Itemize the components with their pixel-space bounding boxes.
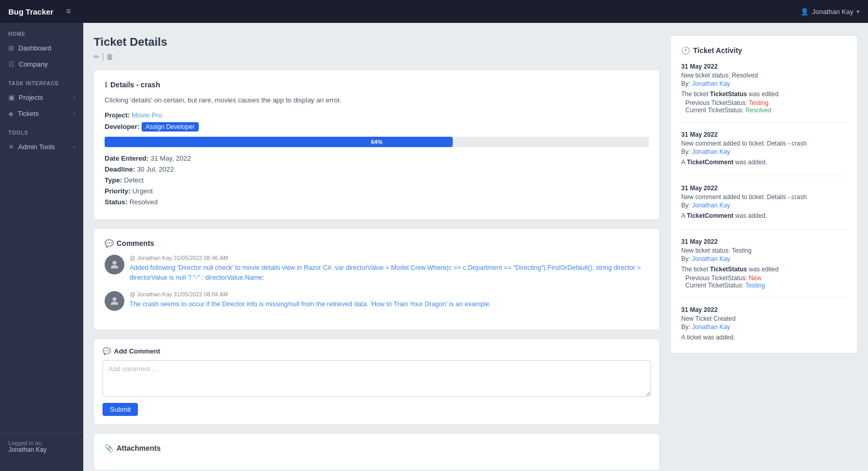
comment-text-2: The crash seems to occur if the Director… xyxy=(130,299,491,309)
sidebar-item-projects[interactable]: ▣ Projects › xyxy=(0,89,83,106)
sidebar-item-label-projects: Projects xyxy=(19,94,43,101)
topnav-username: Jonathan Kay xyxy=(812,8,853,16)
comment-meta-2: @ Jonathan Kay 31/05/2022 08:04 AM xyxy=(130,291,491,297)
sidebar-item-label-tickets: Tickets xyxy=(18,110,39,117)
projects-arrow: › xyxy=(73,95,75,100)
project-link[interactable]: Movie Pro xyxy=(132,111,162,119)
sidebar-item-company[interactable]: ☷ Company xyxy=(0,56,83,72)
comment-meta-1: @ Jonathan Kay 31/05/2022 08:46 AM xyxy=(130,255,649,261)
sidebar-section-tools: TOOLS ✕ Admin Tools › xyxy=(0,122,83,155)
ticket-description: Clicking 'details' on certain, but rare,… xyxy=(105,96,649,104)
comments-list: @ Jonathan Kay 31/05/2022 08:46 AM Added… xyxy=(105,255,649,319)
activity-entry-1: 31 May 2022 New ticket status: Resolved … xyxy=(681,63,847,123)
page-title: Ticket Details xyxy=(94,35,660,49)
app-brand: Bug Tracker xyxy=(8,7,54,16)
main-content: Ticket Details ✏ | 🗑 ℹ Details - crash C… xyxy=(83,23,868,471)
sidebar-label-home: HOME xyxy=(0,23,83,40)
svg-point-1 xyxy=(112,297,116,300)
type-row: Type: Defect xyxy=(105,176,649,184)
sidebar-item-tickets[interactable]: ◈ Tickets › xyxy=(0,106,83,122)
details-card-title: ℹ Details - crash xyxy=(105,81,649,89)
sidebar-item-dashboard[interactable]: ⊞ Dashboard xyxy=(0,40,83,56)
user-icon: 👤 xyxy=(800,8,809,16)
add-comment-title: 💬 Add Comment xyxy=(103,347,651,355)
company-icon: ☷ xyxy=(8,60,15,68)
topnav: Bug Tracker ≡ 👤 Jonathan Kay ▾ xyxy=(0,0,868,23)
admin-arrow: › xyxy=(73,144,75,150)
comment-textarea[interactable] xyxy=(103,360,651,397)
activity-by-link-3[interactable]: Jonathan Kay xyxy=(692,202,730,209)
comment-item: @ Jonathan Kay 31/05/2022 08:46 AM Added… xyxy=(105,255,649,283)
comments-card-title: 💬 Comments xyxy=(105,239,649,247)
activity-entry-2: 31 May 2022 New comment added to ticket:… xyxy=(681,131,847,176)
sidebar-footer-name: Jonathan Kay xyxy=(8,446,75,453)
progress-bar xyxy=(105,137,453,147)
sidebar-item-label-dashboard: Dashboard xyxy=(18,44,52,52)
activity-title: 🕐 Ticket Activity xyxy=(681,46,847,55)
status-row: Status: Resolved xyxy=(105,198,649,206)
deadline-row: Deadline: 30 Jul, 2022 xyxy=(105,165,649,173)
assign-developer-button[interactable]: Assign Developer xyxy=(142,122,199,132)
sidebar-section-home: HOME ⊞ Dashboard ☷ Company xyxy=(0,23,83,72)
date-entered-row: Date Entered: 31 May, 2022 xyxy=(105,154,649,162)
add-comment-card: 💬 Add Comment Submit xyxy=(94,338,660,425)
sidebar-footer: Logged in as: Jonathan Kay xyxy=(0,432,83,461)
main-right: 🕐 Ticket Activity 31 May 2022 New ticket… xyxy=(670,35,858,459)
activity-by-link-5[interactable]: Jonathan Kay xyxy=(692,323,730,331)
comment-body-1: @ Jonathan Kay 31/05/2022 08:46 AM Added… xyxy=(130,255,649,283)
attachments-card-title: 📎 Attachments xyxy=(105,444,649,452)
main-left: Ticket Details ✏ | 🗑 ℹ Details - crash C… xyxy=(94,35,660,459)
svg-point-0 xyxy=(112,261,116,265)
progress-label: 64% xyxy=(371,139,382,145)
tickets-icon: ◈ xyxy=(8,110,14,117)
comment-avatar-1 xyxy=(105,255,124,274)
delete-icon[interactable]: 🗑 xyxy=(106,53,113,61)
comments-card: 💬 Comments @ Jonathan Kay 31/05/2022 08:… xyxy=(94,228,660,330)
activity-by-link-4[interactable]: Jonathan Kay xyxy=(692,255,730,263)
menu-icon[interactable]: ≡ xyxy=(66,7,71,16)
activity-panel: 🕐 Ticket Activity 31 May 2022 New ticket… xyxy=(670,35,858,354)
developer-row: Developer: Assign Developer xyxy=(105,122,649,132)
topnav-right: 👤 Jonathan Kay ▾ xyxy=(800,8,860,16)
page-actions: ✏ | 🗑 xyxy=(94,52,660,61)
activity-by-link-1[interactable]: Jonathan Kay xyxy=(692,80,730,87)
sidebar-item-label-company: Company xyxy=(19,60,48,68)
activity-entry-5: 31 May 2022 New Ticket Created By: Jonat… xyxy=(681,306,847,341)
sidebar-label-tools: TOOLS xyxy=(0,122,83,139)
projects-icon: ▣ xyxy=(8,94,15,101)
progress-bar-container: 64% xyxy=(105,137,649,147)
sidebar-label-task: TASK INTERFACE xyxy=(0,72,83,89)
tickets-arrow: › xyxy=(73,111,75,116)
activity-entry-3: 31 May 2022 New comment added to ticket:… xyxy=(681,185,847,230)
sidebar-logged-in-label: Logged in as: xyxy=(8,440,75,446)
sidebar: HOME ⊞ Dashboard ☷ Company TASK INTERFAC… xyxy=(0,23,83,471)
dashboard-icon: ⊞ xyxy=(8,44,14,52)
add-comment-icon: 💬 xyxy=(103,347,111,355)
comment-avatar-2 xyxy=(105,291,124,311)
activity-icon: 🕐 xyxy=(681,46,690,55)
sidebar-item-admin[interactable]: ✕ Admin Tools › xyxy=(0,139,83,155)
info-icon: ℹ xyxy=(105,81,107,89)
comment-item-2: @ Jonathan Kay 31/05/2022 08:04 AM The c… xyxy=(105,291,649,311)
comment-text-1: Added following 'Director null check' to… xyxy=(130,263,649,283)
topnav-caret[interactable]: ▾ xyxy=(857,8,860,15)
details-card: ℹ Details - crash Clicking 'details' on … xyxy=(94,70,660,220)
sidebar-section-task: TASK INTERFACE ▣ Projects › ◈ Tickets › xyxy=(0,72,83,122)
edit-icon[interactable]: ✏ xyxy=(94,53,100,61)
sidebar-item-label-admin: Admin Tools xyxy=(18,143,55,151)
attachments-icon: 📎 xyxy=(105,444,113,452)
comment-body-2: @ Jonathan Kay 31/05/2022 08:04 AM The c… xyxy=(130,291,491,311)
activity-entry-4: 31 May 2022 New ticket status: Testing B… xyxy=(681,238,847,298)
attachments-card: 📎 Attachments xyxy=(94,433,660,470)
submit-comment-button[interactable]: Submit xyxy=(103,403,138,416)
activity-by-link-2[interactable]: Jonathan Kay xyxy=(692,148,730,155)
priority-row: Priority: Urgent xyxy=(105,187,649,195)
project-row: Project: Movie Pro xyxy=(105,111,649,119)
topnav-left: Bug Tracker ≡ xyxy=(8,7,71,16)
layout: HOME ⊞ Dashboard ☷ Company TASK INTERFAC… xyxy=(0,23,868,471)
comments-icon: 💬 xyxy=(105,239,113,247)
admin-icon: ✕ xyxy=(8,143,14,151)
